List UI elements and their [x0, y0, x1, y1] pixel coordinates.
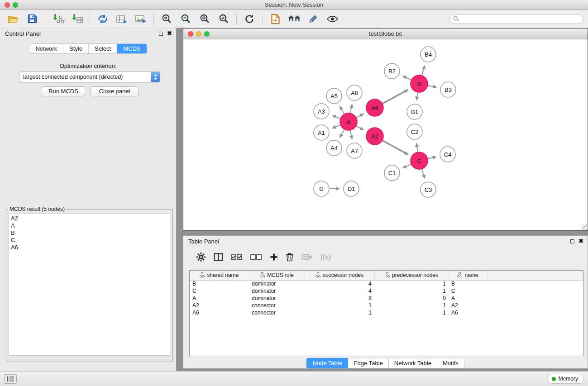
column-header-MCDS-role[interactable]: MCDS role — [249, 271, 305, 280]
table-cell[interactable]: A2 — [190, 302, 249, 309]
refresh-button[interactable] — [240, 11, 259, 27]
table-cell[interactable]: connector — [249, 302, 305, 309]
select-all-rows-button[interactable] — [231, 254, 243, 260]
graph-node-A3[interactable]: A3 — [314, 104, 329, 119]
table-cell[interactable]: 1 — [305, 309, 374, 316]
clear-table-button[interactable] — [301, 253, 313, 261]
graph-node-A1[interactable]: A1 — [314, 125, 329, 140]
table-row[interactable]: Bdominator41B — [190, 280, 583, 287]
table-cell[interactable]: connector — [249, 309, 305, 316]
graph-node-B1[interactable]: B1 — [407, 104, 422, 119]
table-cell[interactable]: 1 — [374, 302, 449, 309]
graph-edge-A6-B[interactable] — [383, 90, 408, 103]
export-image-button[interactable] — [131, 11, 150, 27]
table-cell[interactable]: 1 — [374, 280, 449, 287]
column-settings-button[interactable] — [196, 252, 206, 262]
table-cell[interactable]: B — [190, 280, 249, 287]
table-cell[interactable]: B — [449, 280, 487, 287]
mcds-result-item[interactable]: C — [11, 237, 168, 244]
graph-edge-C-C1[interactable] — [403, 164, 411, 168]
graph-edge-B-B4[interactable] — [422, 66, 425, 75]
node-table-container[interactable]: shared nameMCDS rolesuccessor nodesprede… — [189, 270, 583, 356]
graph-node-C[interactable]: C — [411, 152, 428, 169]
table-cell[interactable]: dominator — [249, 280, 305, 287]
table-cell[interactable]: 4 — [305, 287, 374, 295]
column-header-predecessor-nodes[interactable]: predecessor nodes — [374, 271, 449, 280]
table-cell[interactable]: A2 — [449, 302, 487, 309]
show-hide-button[interactable] — [323, 11, 342, 27]
resize-grip[interactable] — [582, 224, 587, 230]
import-table-file-button[interactable] — [67, 11, 86, 27]
delete-rows-button[interactable] — [286, 253, 294, 262]
mcds-result-item[interactable]: A — [11, 222, 168, 229]
tab-node-table[interactable]: Node Table — [306, 358, 348, 368]
table-cell[interactable]: 8 — [305, 295, 374, 302]
graph-node-C4[interactable]: C4 — [440, 147, 455, 162]
open-session-button[interactable] — [4, 11, 23, 27]
graph-edge-A-A6[interactable] — [357, 114, 364, 117]
graph-node-D[interactable]: D — [314, 181, 329, 196]
graph-node-B2[interactable]: B2 — [384, 63, 400, 79]
table-cell[interactable]: A6 — [449, 309, 487, 316]
graph-edge-C-C4[interactable] — [428, 157, 436, 159]
table-cell[interactable]: 1 — [374, 309, 449, 316]
open-document-button[interactable] — [266, 11, 285, 27]
column-header-shared-name[interactable]: shared name — [190, 271, 249, 280]
table-cell[interactable]: 1 — [374, 287, 449, 295]
network-minimize-button[interactable] — [196, 31, 201, 37]
graph-node-C2[interactable]: C2 — [407, 124, 422, 139]
tab-style[interactable]: Style — [63, 44, 89, 53]
network-window-titlebar[interactable]: testGlobe.txt — [183, 29, 588, 39]
graph-edge-A-A2[interactable] — [357, 126, 364, 130]
table-cell[interactable]: 1 — [305, 302, 374, 309]
graph-node-C1[interactable]: C1 — [384, 165, 400, 181]
close-table-panel-icon[interactable]: ✖ — [578, 238, 583, 244]
graph-node-B3[interactable]: B3 — [440, 82, 456, 97]
mcds-result-list[interactable]: A2ABCA6 — [9, 214, 170, 356]
home-button[interactable] — [285, 11, 304, 27]
network-zoom-button[interactable] — [204, 31, 210, 37]
graph-node-A6[interactable]: A6 — [366, 99, 383, 116]
float-table-panel-icon[interactable] — [570, 239, 574, 243]
float-panel-icon[interactable] — [159, 32, 163, 36]
graph-edge-B-B1[interactable] — [416, 93, 418, 100]
graph-edge-C-C2[interactable] — [416, 143, 418, 152]
tab-select[interactable]: Select — [89, 44, 117, 53]
task-history-button[interactable] — [4, 374, 17, 384]
graph-edge-C-C3[interactable] — [422, 169, 425, 178]
graph-edge-A-A5[interactable] — [340, 106, 344, 114]
table-cell[interactable]: dominator — [249, 287, 305, 295]
add-row-button[interactable] — [270, 253, 278, 261]
table-cell[interactable]: A — [190, 295, 249, 302]
table-row[interactable]: A6connector11A6 — [190, 309, 583, 316]
zoom-in-button[interactable] — [157, 11, 176, 27]
search-box[interactable] — [449, 14, 583, 24]
close-window-button[interactable] — [5, 2, 10, 8]
graph-edge-A-A4[interactable] — [340, 130, 344, 138]
zoom-selected-button[interactable] — [214, 11, 233, 27]
table-cell[interactable]: 0 — [374, 295, 449, 302]
save-session-button[interactable] — [23, 11, 42, 27]
column-header-name[interactable]: name — [449, 271, 487, 280]
graph-edge-A-A7[interactable] — [350, 131, 352, 139]
tab-network[interactable]: Network — [29, 44, 63, 53]
network-close-button[interactable] — [188, 31, 193, 37]
memory-button[interactable]: Memory — [547, 374, 584, 384]
annotation-pen-button[interactable] — [304, 11, 323, 27]
graph-edge-A-A3[interactable] — [332, 115, 340, 118]
deselect-all-rows-button[interactable] — [250, 254, 262, 260]
optimization-dropdown[interactable]: largest connected component (directed) — [19, 71, 160, 82]
mcds-result-item[interactable]: B — [11, 229, 168, 237]
new-network-button[interactable] — [93, 11, 112, 27]
search-input[interactable] — [461, 16, 580, 22]
graph-node-A2[interactable]: A2 — [366, 128, 383, 145]
close-panel-icon[interactable]: ✖ — [167, 31, 172, 36]
mcds-result-item[interactable]: A6 — [11, 244, 168, 251]
table-cell[interactable]: A — [449, 295, 487, 302]
tab-mcds[interactable]: MCDS — [117, 43, 147, 54]
tab-network-table[interactable]: Network Table — [389, 358, 437, 368]
column-header-successor-nodes[interactable]: successor nodes — [305, 271, 374, 280]
table-cell[interactable]: A6 — [190, 309, 249, 316]
close-panel-button[interactable]: Close panel — [91, 86, 139, 96]
graph-node-A5[interactable]: A5 — [326, 88, 342, 104]
